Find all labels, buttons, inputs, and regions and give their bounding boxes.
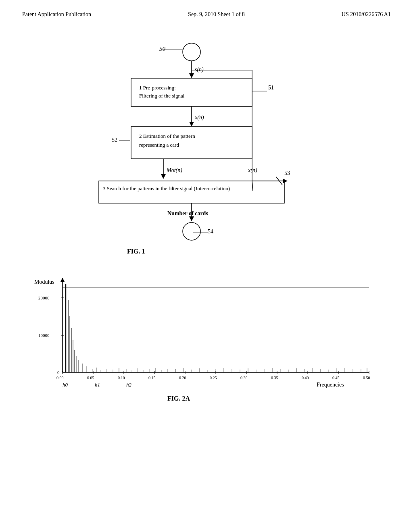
fig2a-svg: Modulus 20000 10000 0 0.00 [22,276,385,405]
ytick-label-0: 0 [57,370,60,375]
block1-label: 1 Pre-processing: [139,85,176,91]
fig1-label: FIG. 1 [127,248,145,255]
xtick-label-040: 0.40 [302,376,309,380]
block3-rect [99,181,284,203]
fig2a-container: Modulus 20000 10000 0 0.00 [22,276,391,413]
signal-xn1: x(n) [194,114,204,121]
node50-label: 50 [159,46,166,52]
arrow-block1-block2-head [189,122,194,127]
signal-xn2: x(n) [248,167,257,174]
fig2a-label: FIG. 2A [167,395,190,402]
header-date-sheet: Sep. 9, 2010 Sheet 1 of 8 [188,11,245,18]
arrow-start-block1-head [189,73,194,78]
block3-label1: 3 Search for the patterns in the filter … [103,185,230,191]
ytick-label-10000: 10000 [38,333,50,338]
h0-label: h0 [63,382,68,388]
output-label: Number of cards [167,210,208,216]
block2-sublabel: representing a card [139,142,179,148]
block1-sublabel: Filtering of the signal [139,93,185,99]
node54-label: 54 [208,229,213,235]
h2-label: h2 [126,382,132,388]
node51-label: 51 [268,85,274,91]
header-patent-number: US 2010/0226576 A1 [342,11,391,18]
ytick-label-20000: 20000 [38,295,50,300]
xtick-label-0: 0.00 [56,376,64,380]
signal-motn: Mot(n) [166,167,182,174]
xtick-label-035: 0.35 [271,376,278,380]
xtick-label-050: 0.50 [363,376,370,380]
node53-label: 53 [284,170,290,176]
xtick-label-025: 0.25 [210,376,217,380]
xtick-label-015: 0.15 [148,376,156,380]
h1-label: h1 [95,382,100,388]
block2-label: 2 Estimation of the pattern [139,133,195,139]
header-publication: Patent Application Publication [22,11,91,18]
fig1-container: 50 s(n) 1 Pre-processing: Filtering of t… [22,30,391,268]
arrow-block3-output-head [189,216,194,221]
node52-label: 52 [112,137,117,143]
xtick-label-005: 0.05 [87,376,94,380]
arrow-mot-head [161,174,166,179]
xtick-label-020: 0.20 [179,376,186,380]
start-circle [183,43,200,61]
main-content: 50 s(n) 1 Pre-processing: Filtering of t… [0,18,413,413]
signal-sn: s(n) [195,66,204,73]
xtick-label-010: 0.10 [118,376,125,380]
xn-to-block3-arrow [252,181,253,191]
y-axis-label: Modulus [34,279,54,285]
y-axis-arrow [60,278,65,282]
block1-rect [131,78,252,106]
xtick-label-045: 0.45 [332,376,340,380]
right-to-block3-head [283,179,288,183]
page-header: Patent Application Publication Sep. 9, 2… [0,0,413,18]
xtick-label-030: 0.30 [240,376,248,380]
x-axis-label: Frequencies [317,382,344,388]
fig1-svg: 50 s(n) 1 Pre-processing: Filtering of t… [22,30,385,264]
end-circle [183,222,200,240]
